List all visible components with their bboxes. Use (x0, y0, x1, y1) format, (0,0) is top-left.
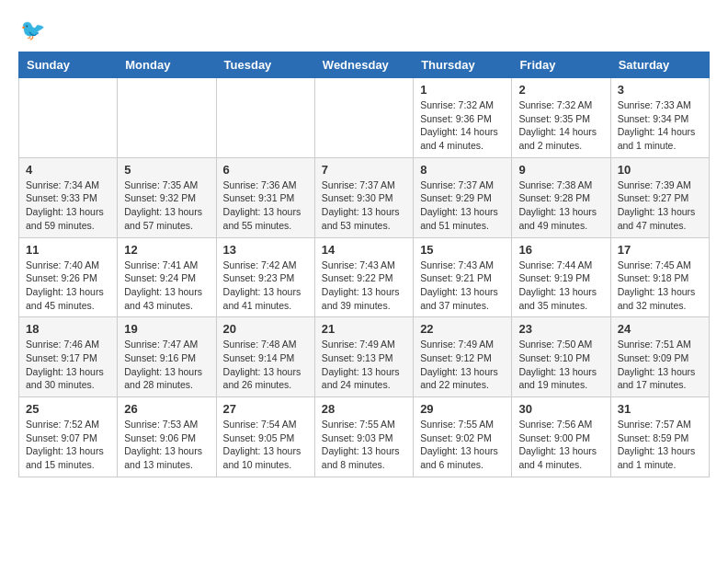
day-number: 30 (518, 402, 603, 416)
calendar-header-tuesday: Tuesday (216, 52, 314, 78)
day-info: Sunrise: 7:55 AM Sunset: 9:03 PM Dayligh… (322, 418, 406, 472)
calendar-cell-3-2: 12Sunrise: 7:41 AM Sunset: 9:24 PM Dayli… (118, 237, 216, 317)
day-info: Sunrise: 7:53 AM Sunset: 9:06 PM Dayligh… (124, 418, 209, 472)
calendar-cell-1-4 (314, 78, 413, 158)
day-info: Sunrise: 7:32 AM Sunset: 9:35 PM Dayligh… (518, 98, 603, 153)
day-number: 28 (322, 402, 406, 416)
day-info: Sunrise: 7:34 AM Sunset: 9:33 PM Dayligh… (26, 178, 110, 233)
calendar-cell-4-7: 24Sunrise: 7:51 AM Sunset: 9:09 PM Dayli… (610, 317, 709, 397)
calendar-cell-2-1: 4Sunrise: 7:34 AM Sunset: 9:33 PM Daylig… (19, 157, 118, 237)
day-number: 5 (124, 163, 209, 177)
header: 🐦 (18, 18, 710, 42)
calendar-cell-1-1 (19, 78, 118, 158)
calendar-week-row-1: 1Sunrise: 7:32 AM Sunset: 9:36 PM Daylig… (19, 78, 710, 158)
day-number: 23 (518, 322, 603, 336)
day-info: Sunrise: 7:32 AM Sunset: 9:36 PM Dayligh… (420, 98, 505, 153)
day-number: 10 (618, 163, 702, 177)
day-info: Sunrise: 7:52 AM Sunset: 9:07 PM Dayligh… (26, 418, 110, 472)
calendar-week-row-5: 25Sunrise: 7:52 AM Sunset: 9:07 PM Dayli… (19, 397, 710, 477)
day-number: 14 (322, 243, 406, 257)
day-number: 24 (618, 322, 702, 336)
calendar-cell-2-4: 7Sunrise: 7:37 AM Sunset: 9:30 PM Daylig… (314, 157, 413, 237)
day-number: 25 (26, 402, 110, 416)
day-number: 3 (618, 83, 702, 97)
calendar-cell-5-3: 27Sunrise: 7:54 AM Sunset: 9:05 PM Dayli… (216, 397, 314, 477)
calendar-header-monday: Monday (118, 52, 216, 78)
day-number: 13 (223, 243, 308, 257)
calendar-cell-2-2: 5Sunrise: 7:35 AM Sunset: 9:32 PM Daylig… (118, 157, 216, 237)
day-info: Sunrise: 7:35 AM Sunset: 9:32 PM Dayligh… (124, 178, 209, 233)
calendar-header-thursday: Thursday (414, 52, 512, 78)
calendar-cell-5-5: 29Sunrise: 7:55 AM Sunset: 9:02 PM Dayli… (414, 397, 512, 477)
day-number: 21 (322, 322, 406, 336)
logo: 🐦 (18, 18, 45, 42)
day-info: Sunrise: 7:36 AM Sunset: 9:31 PM Dayligh… (223, 178, 308, 233)
day-number: 22 (420, 322, 505, 336)
calendar-cell-4-6: 23Sunrise: 7:50 AM Sunset: 9:10 PM Dayli… (512, 317, 610, 397)
day-number: 19 (124, 322, 209, 336)
day-number: 17 (618, 243, 702, 257)
day-info: Sunrise: 7:43 AM Sunset: 9:22 PM Dayligh… (322, 259, 406, 313)
calendar-cell-5-2: 26Sunrise: 7:53 AM Sunset: 9:06 PM Dayli… (118, 397, 216, 477)
calendar-cell-5-6: 30Sunrise: 7:56 AM Sunset: 9:00 PM Dayli… (512, 397, 610, 477)
day-info: Sunrise: 7:50 AM Sunset: 9:10 PM Dayligh… (518, 338, 603, 392)
day-info: Sunrise: 7:54 AM Sunset: 9:05 PM Dayligh… (223, 418, 308, 472)
calendar-header-row: SundayMondayTuesdayWednesdayThursdayFrid… (19, 52, 710, 78)
day-info: Sunrise: 7:37 AM Sunset: 9:29 PM Dayligh… (420, 178, 505, 233)
day-info: Sunrise: 7:56 AM Sunset: 9:00 PM Dayligh… (518, 418, 603, 472)
calendar-header-wednesday: Wednesday (314, 52, 413, 78)
calendar-week-row-4: 18Sunrise: 7:46 AM Sunset: 9:17 PM Dayli… (19, 317, 710, 397)
calendar-table: SundayMondayTuesdayWednesdayThursdayFrid… (18, 52, 710, 477)
calendar-cell-3-6: 16Sunrise: 7:44 AM Sunset: 9:19 PM Dayli… (512, 237, 610, 317)
day-info: Sunrise: 7:33 AM Sunset: 9:34 PM Dayligh… (618, 98, 702, 153)
day-number: 12 (124, 243, 209, 257)
logo-bird-icon: 🐦 (20, 18, 45, 42)
day-info: Sunrise: 7:44 AM Sunset: 9:19 PM Dayligh… (518, 259, 603, 313)
day-number: 2 (518, 83, 603, 97)
calendar-cell-5-1: 25Sunrise: 7:52 AM Sunset: 9:07 PM Dayli… (19, 397, 118, 477)
calendar-cell-4-1: 18Sunrise: 7:46 AM Sunset: 9:17 PM Dayli… (19, 317, 118, 397)
day-info: Sunrise: 7:42 AM Sunset: 9:23 PM Dayligh… (223, 259, 308, 313)
day-info: Sunrise: 7:48 AM Sunset: 9:14 PM Dayligh… (223, 338, 308, 392)
day-number: 15 (420, 243, 505, 257)
day-info: Sunrise: 7:51 AM Sunset: 9:09 PM Dayligh… (618, 338, 702, 392)
calendar-cell-2-5: 8Sunrise: 7:37 AM Sunset: 9:29 PM Daylig… (414, 157, 512, 237)
calendar-cell-3-7: 17Sunrise: 7:45 AM Sunset: 9:18 PM Dayli… (610, 237, 709, 317)
calendar-cell-1-6: 2Sunrise: 7:32 AM Sunset: 9:35 PM Daylig… (512, 78, 610, 158)
calendar-header-sunday: Sunday (19, 52, 118, 78)
calendar-cell-4-4: 21Sunrise: 7:49 AM Sunset: 9:13 PM Dayli… (314, 317, 413, 397)
day-number: 11 (26, 243, 110, 257)
day-info: Sunrise: 7:43 AM Sunset: 9:21 PM Dayligh… (420, 259, 505, 313)
day-info: Sunrise: 7:40 AM Sunset: 9:26 PM Dayligh… (26, 259, 110, 313)
day-info: Sunrise: 7:57 AM Sunset: 8:59 PM Dayligh… (618, 418, 702, 472)
day-number: 6 (223, 163, 308, 177)
calendar-header-friday: Friday (512, 52, 610, 78)
day-info: Sunrise: 7:49 AM Sunset: 9:12 PM Dayligh… (420, 338, 505, 392)
day-number: 26 (124, 402, 209, 416)
day-number: 16 (518, 243, 603, 257)
calendar-cell-1-7: 3Sunrise: 7:33 AM Sunset: 9:34 PM Daylig… (610, 78, 709, 158)
calendar-cell-2-6: 9Sunrise: 7:38 AM Sunset: 9:28 PM Daylig… (512, 157, 610, 237)
calendar-cell-3-4: 14Sunrise: 7:43 AM Sunset: 9:22 PM Dayli… (314, 237, 413, 317)
day-info: Sunrise: 7:41 AM Sunset: 9:24 PM Dayligh… (124, 259, 209, 313)
day-number: 8 (420, 163, 505, 177)
calendar-cell-1-5: 1Sunrise: 7:32 AM Sunset: 9:36 PM Daylig… (414, 78, 512, 158)
day-number: 7 (322, 163, 406, 177)
day-number: 9 (518, 163, 603, 177)
day-number: 29 (420, 402, 505, 416)
day-info: Sunrise: 7:37 AM Sunset: 9:30 PM Dayligh… (322, 178, 406, 233)
calendar-cell-4-5: 22Sunrise: 7:49 AM Sunset: 9:12 PM Dayli… (414, 317, 512, 397)
calendar-week-row-2: 4Sunrise: 7:34 AM Sunset: 9:33 PM Daylig… (19, 157, 710, 237)
day-info: Sunrise: 7:45 AM Sunset: 9:18 PM Dayligh… (618, 259, 702, 313)
calendar-cell-4-2: 19Sunrise: 7:47 AM Sunset: 9:16 PM Dayli… (118, 317, 216, 397)
day-info: Sunrise: 7:47 AM Sunset: 9:16 PM Dayligh… (124, 338, 209, 392)
calendar-week-row-3: 11Sunrise: 7:40 AM Sunset: 9:26 PM Dayli… (19, 237, 710, 317)
day-number: 1 (420, 83, 505, 97)
calendar-cell-1-3 (216, 78, 314, 158)
calendar-cell-5-4: 28Sunrise: 7:55 AM Sunset: 9:03 PM Dayli… (314, 397, 413, 477)
calendar-cell-3-5: 15Sunrise: 7:43 AM Sunset: 9:21 PM Dayli… (414, 237, 512, 317)
calendar-cell-3-1: 11Sunrise: 7:40 AM Sunset: 9:26 PM Dayli… (19, 237, 118, 317)
day-number: 31 (618, 402, 702, 416)
day-info: Sunrise: 7:49 AM Sunset: 9:13 PM Dayligh… (322, 338, 406, 392)
day-info: Sunrise: 7:55 AM Sunset: 9:02 PM Dayligh… (420, 418, 505, 472)
